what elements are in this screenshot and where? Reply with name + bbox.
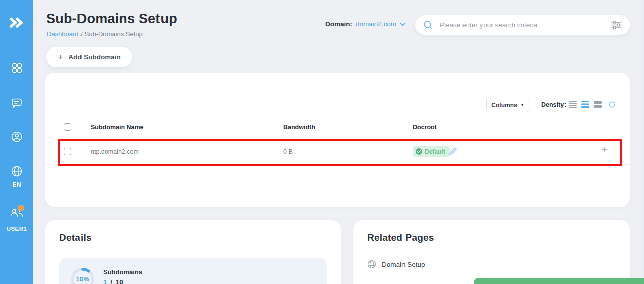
stat-used: 1 bbox=[103, 278, 107, 284]
chevron-down-icon bbox=[400, 20, 406, 28]
related-pages-card: Related Pages Domain Setup bbox=[353, 220, 630, 284]
breadcrumb-separator: / bbox=[80, 30, 83, 38]
search-icon bbox=[423, 20, 433, 30]
column-header-bandwidth: Bandwidth bbox=[283, 124, 315, 131]
donut-percent-label: 10% bbox=[69, 266, 96, 284]
sidebar-item-account[interactable] bbox=[0, 130, 33, 145]
language-label[interactable]: EN bbox=[0, 181, 33, 188]
page-title: Sub-Domains Setup bbox=[46, 11, 177, 27]
related-link-label: Domain Setup bbox=[382, 261, 425, 268]
add-subdomain-button[interactable]: + Add Subdomain bbox=[46, 47, 132, 67]
app-screen: EN USER1 Sub-Domains Setup Dashboard / S… bbox=[0, 0, 644, 284]
columns-dropdown-button[interactable]: Columns ▼ bbox=[486, 98, 529, 112]
fast-forward-chevrons-icon bbox=[8, 15, 25, 32]
cell-bandwidth: 0 B bbox=[283, 148, 293, 155]
docroot-default-badge: Default bbox=[413, 146, 450, 157]
cell-subdomain-name: ntp.domain2.com bbox=[91, 148, 139, 155]
chat-icon bbox=[10, 96, 23, 111]
domain-value: domain2.com bbox=[356, 20, 396, 28]
success-toast-peek bbox=[474, 278, 644, 284]
details-title: Details bbox=[59, 232, 92, 243]
search-bar bbox=[415, 15, 630, 35]
sidebar-item-dashboard[interactable] bbox=[0, 61, 33, 77]
stat-total: 10 bbox=[116, 278, 123, 284]
apps-grid-icon bbox=[10, 61, 24, 77]
stat-label: Subdomains bbox=[103, 268, 142, 276]
domain-label: Domain: bbox=[325, 20, 352, 28]
table-row: ntp.domain2.com 0 B Default + bbox=[45, 139, 630, 165]
sidebar-item-messages[interactable] bbox=[0, 96, 33, 111]
sidebar: EN USER1 bbox=[0, 0, 33, 284]
row-expand-plus-icon[interactable]: + bbox=[601, 144, 608, 155]
caret-down-icon: ▼ bbox=[521, 103, 524, 107]
username-label: USER1 bbox=[0, 226, 33, 232]
breadcrumb-dashboard-link[interactable]: Dashboard bbox=[47, 30, 79, 38]
check-circle-icon bbox=[416, 148, 422, 155]
subdomains-stat-box: 10% Subdomains 1 / 10 bbox=[59, 258, 327, 284]
app-logo[interactable] bbox=[0, 15, 33, 32]
subdomains-donut-chart: 10% bbox=[69, 266, 96, 284]
columns-label: Columns bbox=[491, 102, 517, 109]
sidebar-item-user[interactable] bbox=[0, 205, 33, 221]
related-pages-title: Related Pages bbox=[367, 232, 434, 243]
globe-icon bbox=[10, 165, 23, 180]
vertical-scrollbar[interactable] bbox=[641, 0, 644, 284]
breadcrumb: Dashboard / Sub-Domains Setup bbox=[47, 30, 143, 38]
density-label: Density: bbox=[541, 101, 566, 108]
notification-dot bbox=[18, 205, 24, 211]
sidebar-item-language[interactable] bbox=[0, 165, 33, 180]
density-relaxed-icon[interactable] bbox=[594, 101, 602, 110]
search-input[interactable] bbox=[439, 21, 611, 29]
domain-selector[interactable]: Domain: domain2.com bbox=[325, 20, 406, 28]
density-medium-icon[interactable] bbox=[581, 101, 589, 110]
subdomains-table-card: Columns ▼ Density: bbox=[45, 73, 630, 207]
edit-pencil-icon[interactable] bbox=[448, 147, 457, 158]
related-link-domain-setup[interactable]: Domain Setup bbox=[367, 260, 425, 269]
stat-value: 1 / 10 bbox=[103, 278, 123, 284]
column-header-subdomain-name: Subdomain Name bbox=[91, 124, 144, 131]
column-header-docroot: Docroot bbox=[413, 124, 437, 131]
details-card: Details 10% Subdomains 1 / 10 bbox=[45, 220, 341, 284]
filter-sliders-icon[interactable] bbox=[611, 21, 622, 29]
refresh-icon[interactable] bbox=[608, 101, 616, 110]
add-subdomain-label: Add Subdomain bbox=[68, 53, 121, 61]
breadcrumb-current: Sub-Domains Setup bbox=[84, 30, 142, 38]
stat-separator: / bbox=[110, 278, 112, 284]
density-compact-icon[interactable] bbox=[569, 101, 577, 110]
globe-icon bbox=[367, 260, 376, 269]
badge-label: Default bbox=[425, 148, 445, 155]
users-icon bbox=[9, 205, 25, 221]
row-checkbox[interactable] bbox=[64, 148, 71, 155]
select-all-checkbox[interactable] bbox=[64, 123, 71, 131]
plus-icon: + bbox=[58, 52, 63, 62]
account-icon bbox=[10, 130, 23, 145]
